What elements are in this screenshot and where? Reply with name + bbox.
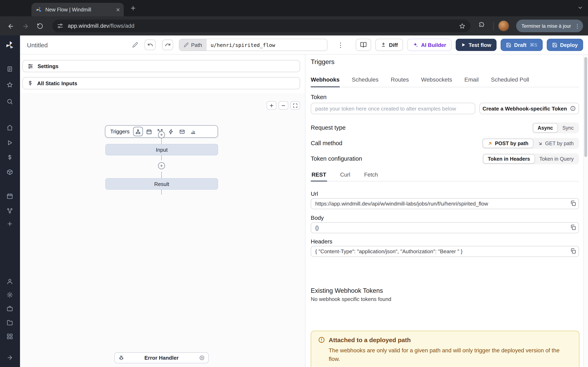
- sidebar-star-icon[interactable]: [7, 82, 13, 88]
- sidebar-resources-icon[interactable]: [7, 169, 13, 175]
- profile-avatar[interactable]: [498, 20, 509, 31]
- tab-rest[interactable]: REST: [311, 172, 327, 182]
- ai-builder-button[interactable]: AI Builder: [407, 39, 451, 51]
- settings-accordion[interactable]: Settings: [22, 60, 300, 72]
- result-node[interactable]: Result: [105, 178, 218, 190]
- windmill-favicon: [36, 7, 42, 13]
- sidebar-variables-icon[interactable]: [7, 154, 13, 161]
- tab-routes[interactable]: Routes: [391, 76, 409, 87]
- sidebar-home-icon[interactable]: [7, 124, 13, 131]
- static-inputs-accordion[interactable]: All Static Inputs: [22, 77, 300, 89]
- sidebar-expand-arrow-icon[interactable]: [7, 354, 13, 361]
- browser-menu-icon[interactable]: ⋮: [575, 23, 580, 29]
- add-step-top-button[interactable]: [158, 131, 165, 138]
- undo-button[interactable]: [145, 40, 156, 50]
- draft-button[interactable]: Draft ⌘S: [501, 39, 543, 51]
- back-button[interactable]: [5, 20, 16, 32]
- email-trigger-icon[interactable]: [177, 127, 187, 136]
- tab-curl[interactable]: Curl: [339, 172, 351, 182]
- tab-schedules[interactable]: Schedules: [352, 76, 379, 87]
- copy-url-icon[interactable]: [570, 200, 576, 206]
- example-code-tabs: REST Curl Fetch: [311, 171, 579, 182]
- token-configuration-label: Token configuration: [311, 155, 362, 162]
- new-tab-button[interactable]: [130, 4, 137, 12]
- tab-close-icon[interactable]: [116, 7, 121, 12]
- token-in-headers-option[interactable]: Token in Headers: [483, 154, 535, 164]
- path-value[interactable]: u/henri/spirited_flow: [207, 39, 279, 50]
- add-error-handler-button[interactable]: [199, 355, 205, 360]
- flow-canvas-panel: Settings All Static Inputs Triggers: [20, 55, 305, 367]
- tab-title: New Flow | Windmill: [45, 7, 112, 12]
- sync-option[interactable]: Sync: [558, 123, 578, 133]
- existing-tokens-title: Existing Webhook Tokens: [311, 287, 383, 294]
- tab-websockets[interactable]: Websockets: [421, 76, 452, 87]
- draft-shortcut: ⌘S: [530, 42, 537, 48]
- copy-body-icon[interactable]: [570, 224, 576, 230]
- tab-webhooks[interactable]: Webhooks: [311, 76, 339, 87]
- edit-title-pencil-icon[interactable]: [132, 42, 138, 48]
- address-bar[interactable]: app.windmill.dev/flows/add: [52, 20, 470, 32]
- flow-title[interactable]: Untitled: [27, 42, 48, 48]
- flow-more-menu-icon[interactable]: ⋮: [337, 41, 344, 49]
- sidebar-settings-gear-icon[interactable]: [7, 292, 13, 298]
- docs-book-button[interactable]: [355, 39, 371, 51]
- browser-update-button[interactable]: Terminer la mise à jour ⋮: [516, 20, 583, 32]
- sidebar-add-icon[interactable]: [7, 221, 13, 227]
- sidebar-user-icon[interactable]: [7, 278, 13, 285]
- token-input[interactable]: [311, 103, 475, 114]
- sidebar-apps-grid-icon[interactable]: [7, 333, 13, 340]
- input-node[interactable]: Input: [105, 144, 218, 155]
- sidebar-workers-icon[interactable]: [7, 305, 13, 312]
- browser-tab[interactable]: New Flow | Windmill: [31, 3, 124, 16]
- flow-editor-header: Untitled Path u/henri/spirited_flow ⋮: [20, 35, 588, 55]
- tab-scheduled-poll[interactable]: Scheduled Poll: [491, 76, 529, 87]
- webhook-trigger-icon[interactable]: [133, 127, 143, 136]
- deploy-button[interactable]: Deploy: [546, 39, 583, 51]
- scheduled-poll-trigger-icon[interactable]: [188, 127, 198, 136]
- tab-search-chevron-icon[interactable]: [577, 5, 583, 11]
- post-by-path-option[interactable]: POST by path: [483, 139, 533, 148]
- triggers-panel: Triggers Webhooks Schedules Routes Webso…: [305, 55, 583, 367]
- sidebar-folders-icon[interactable]: [7, 319, 13, 326]
- token-in-query-option[interactable]: Token in Query: [535, 154, 578, 164]
- sidebar-connections-icon[interactable]: [7, 208, 13, 214]
- path-chip[interactable]: Path: [179, 39, 207, 50]
- reload-button[interactable]: [34, 20, 46, 32]
- page-scrollbar[interactable]: [583, 55, 588, 367]
- create-token-button[interactable]: Create a Webhook-specific Token: [479, 103, 579, 114]
- call-method-toggle: POST by path GET by path: [482, 138, 579, 149]
- copy-headers-icon[interactable]: [570, 248, 576, 254]
- tab-email[interactable]: Email: [465, 76, 479, 87]
- sidebar-search-icon[interactable]: [7, 98, 13, 105]
- test-flow-button[interactable]: Test flow: [456, 39, 497, 51]
- sidebar-clipboard-icon[interactable]: [7, 66, 13, 72]
- async-option[interactable]: Async: [533, 123, 558, 133]
- forward-button[interactable]: [20, 20, 31, 32]
- flow-graph-canvas[interactable]: Triggers Input Result: [20, 93, 305, 367]
- schedule-trigger-icon[interactable]: [144, 127, 154, 136]
- error-handler-node[interactable]: Error Handler: [114, 352, 209, 363]
- bookmark-star-icon[interactable]: [459, 23, 466, 29]
- headers-value-input[interactable]: [311, 246, 579, 257]
- site-settings-icon[interactable]: [57, 23, 63, 29]
- url-value-input[interactable]: [311, 198, 579, 209]
- sidebar-runs-icon[interactable]: [7, 140, 13, 146]
- get-by-path-option[interactable]: GET by path: [533, 139, 578, 148]
- diff-button[interactable]: Diff: [375, 39, 403, 51]
- path-field[interactable]: Path u/henri/spirited_flow: [179, 39, 328, 51]
- browser-toolbar: app.windmill.dev/flows/add Terminer la m…: [0, 16, 588, 35]
- extensions-puzzle-icon[interactable]: [478, 22, 485, 29]
- zoom-out-button[interactable]: [278, 101, 288, 110]
- add-step-bottom-button[interactable]: [158, 162, 165, 169]
- scrollbar-thumb[interactable]: [584, 57, 587, 157]
- sidebar-schedules-icon[interactable]: [7, 193, 13, 200]
- request-type-label: Request type: [311, 124, 346, 131]
- websocket-trigger-icon[interactable]: [166, 127, 176, 136]
- body-value-input[interactable]: [311, 222, 579, 233]
- tab-fetch[interactable]: Fetch: [363, 172, 379, 182]
- zoom-in-button[interactable]: [267, 101, 277, 110]
- windmill-logo[interactable]: [5, 40, 15, 50]
- fit-view-button[interactable]: [290, 101, 300, 110]
- redo-button[interactable]: [162, 40, 173, 50]
- path-pencil-icon: [184, 42, 189, 47]
